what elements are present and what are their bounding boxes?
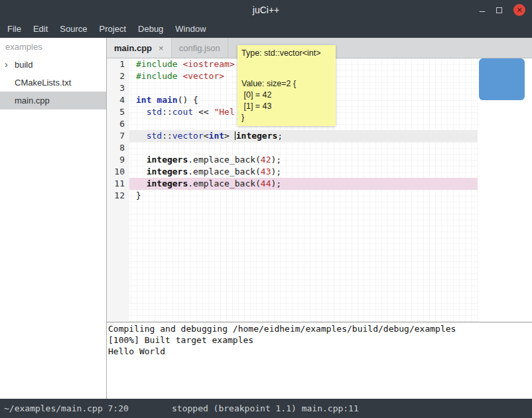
tab-close-icon[interactable]: × bbox=[159, 43, 164, 53]
window-controls: – ✕ bbox=[480, 0, 525, 20]
title-bar[interactable]: juCi++ – ✕ bbox=[0, 0, 532, 20]
code-text[interactable]: integers.emplace_back(44); bbox=[129, 178, 478, 190]
line-number[interactable]: 10 bbox=[107, 166, 129, 178]
terminal-line: [100%] Built target examples bbox=[108, 334, 532, 346]
tab-main.cpp[interactable]: main.cpp× bbox=[107, 38, 172, 58]
source-map[interactable] bbox=[478, 58, 532, 322]
tab-label: main.cpp bbox=[114, 43, 152, 53]
code-line-9: 9 integers.emplace_back(42); bbox=[107, 154, 478, 166]
tooltip-value-line: [0] = 42 bbox=[241, 90, 332, 101]
project-folder-label: examples bbox=[0, 38, 106, 56]
close-button[interactable]: ✕ bbox=[513, 4, 525, 16]
code-line-10: 10 integers.emplace_back(43); bbox=[107, 166, 478, 178]
tooltip-type-line: Type: std::vector<int> bbox=[241, 48, 332, 59]
debug-tooltip: Type: std::vector<int> Value: size=2 { [… bbox=[237, 45, 336, 126]
tooltip-value-line: } bbox=[241, 112, 332, 123]
code-text[interactable]: integers.emplace_back(43); bbox=[129, 166, 478, 178]
tree-item-label: build bbox=[15, 60, 33, 70]
tree-item-build[interactable]: ›build bbox=[0, 56, 106, 74]
tab-label: config.json bbox=[179, 43, 220, 53]
code-text[interactable]: } bbox=[129, 190, 478, 202]
menu-bar: FileEditSourceProjectDebugWindow bbox=[0, 20, 532, 38]
line-number[interactable]: 1 bbox=[107, 58, 129, 70]
tree-item-label: main.cpp bbox=[15, 96, 50, 105]
code-text[interactable]: std::vector<int> integers; bbox=[129, 130, 478, 142]
status-bar: ~/examples/main.cpp 7:20 stopped (breakp… bbox=[0, 399, 532, 418]
window-title: juCi++ bbox=[0, 0, 532, 20]
code-text[interactable] bbox=[129, 142, 478, 154]
tab-config.json[interactable]: config.json bbox=[172, 38, 228, 58]
menu-debug[interactable]: Debug bbox=[132, 20, 169, 38]
close-icon: ✕ bbox=[516, 7, 522, 14]
line-number[interactable]: 5 bbox=[107, 106, 129, 118]
code-text[interactable]: integers.emplace_back(42); bbox=[129, 154, 478, 166]
tooltip-value-line: [1] = 43 bbox=[241, 101, 332, 112]
line-number[interactable]: 8 bbox=[107, 142, 129, 154]
tree-item-label: CMakeLists.txt bbox=[15, 78, 71, 88]
terminal-line: Compiling and debugging /home/eidheim/ex… bbox=[108, 323, 532, 334]
minimize-icon: – bbox=[480, 5, 485, 16]
source-map-slider[interactable] bbox=[479, 58, 525, 100]
text-caret bbox=[235, 131, 235, 140]
menu-window[interactable]: Window bbox=[169, 20, 212, 38]
maximize-button[interactable] bbox=[496, 7, 502, 13]
debug-status: stopped (breakpoint 1.1) main.cpp:11 bbox=[172, 399, 359, 418]
terminal-line: Hello World bbox=[108, 346, 532, 357]
menu-file[interactable]: File bbox=[1, 20, 27, 38]
cursor-position-status: ~/examples/main.cpp 7:20 bbox=[4, 399, 129, 418]
code-line-11: 11 integers.emplace_back(44); bbox=[107, 178, 478, 190]
tree-item-main.cpp[interactable]: main.cpp bbox=[0, 92, 106, 109]
line-number[interactable]: 3 bbox=[107, 82, 129, 94]
code-line-12: 12} bbox=[107, 190, 478, 202]
menu-source[interactable]: Source bbox=[54, 20, 93, 38]
code-line-8: 8 bbox=[107, 142, 478, 154]
expander-icon[interactable]: › bbox=[5, 56, 8, 74]
tooltip-value-line: Value: size=2 { bbox=[241, 78, 332, 90]
line-number[interactable]: 9 bbox=[107, 154, 129, 166]
menu-edit[interactable]: Edit bbox=[27, 20, 54, 38]
file-tree-panel[interactable]: examples ›buildCMakeLists.txtmain.cpp bbox=[0, 38, 107, 399]
tooltip-value-block: Value: size=2 { [0] = 42 [1] = 43} bbox=[241, 78, 332, 123]
line-number[interactable]: 11 bbox=[107, 178, 129, 190]
minimize-button[interactable]: – bbox=[480, 5, 485, 15]
line-number[interactable]: 6 bbox=[107, 118, 129, 130]
line-number[interactable]: 12 bbox=[107, 190, 129, 202]
line-number[interactable]: 4 bbox=[107, 94, 129, 106]
tree-item-CMakeLists.txt[interactable]: CMakeLists.txt bbox=[0, 74, 106, 92]
output-terminal[interactable]: Compiling and debugging /home/eidheim/ex… bbox=[107, 322, 532, 399]
file-tree: ›buildCMakeLists.txtmain.cpp bbox=[0, 56, 106, 109]
code-line-7: 7 std::vector<int> integers; bbox=[107, 130, 478, 142]
line-number[interactable]: 7 bbox=[107, 130, 129, 142]
menu-project[interactable]: Project bbox=[94, 20, 132, 38]
line-number[interactable]: 2 bbox=[107, 70, 129, 82]
